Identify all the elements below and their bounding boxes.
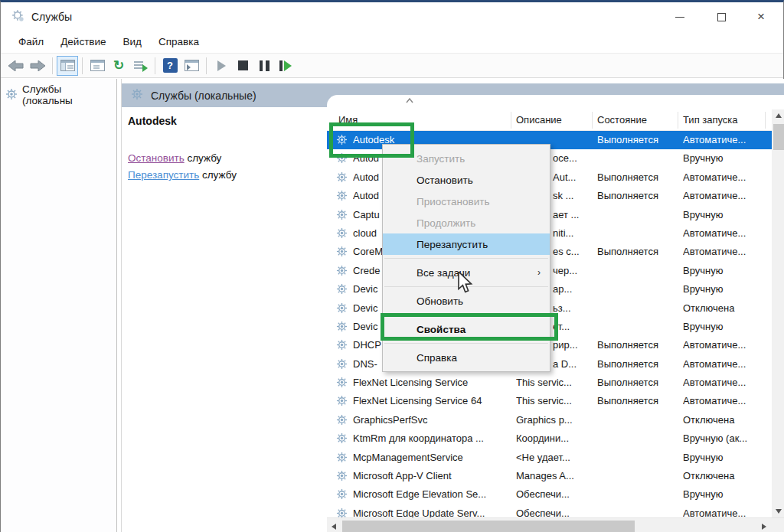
action-pane-icon <box>185 60 199 71</box>
service-gear-icon <box>336 452 348 466</box>
vertical-scrollbar[interactable] <box>772 109 784 517</box>
sort-ascending-icon <box>406 98 413 104</box>
service-gear-icon <box>336 209 348 224</box>
stop-service-link[interactable]: Остановить <box>128 152 185 164</box>
service-gear-icon <box>336 302 348 317</box>
context-menu-item[interactable]: Справка <box>383 347 550 368</box>
start-service-button[interactable] <box>211 56 232 76</box>
service-gear-icon <box>336 395 348 410</box>
console-tree-icon <box>60 60 75 71</box>
restart-service-button[interactable] <box>275 56 296 76</box>
table-row[interactable]: Microsoft Edge Elevation Se...Обеспечи..… <box>327 485 772 504</box>
pause-service-button[interactable] <box>253 56 275 76</box>
maximize-button[interactable] <box>704 4 739 30</box>
service-startup-type-cell: Вручную <box>683 488 769 500</box>
table-row[interactable]: McpManagementService<Не удает...Вручную <box>327 449 772 467</box>
service-name-cell: KtmRm для координатора ... <box>353 432 510 444</box>
service-startup-type-cell: Отключена <box>683 414 769 426</box>
services-app-icon <box>11 9 25 26</box>
toolbar-separator <box>155 57 155 74</box>
refresh-icon: ↻ <box>113 59 124 72</box>
stop-service-icon <box>238 60 248 70</box>
toolbar: ↻ ? <box>1 53 783 78</box>
close-button[interactable]: × <box>743 4 779 30</box>
service-name-cell: McpManagementService <box>353 452 510 463</box>
service-gear-icon <box>336 508 348 517</box>
horizontal-scrollbar[interactable] <box>327 517 784 532</box>
service-description-cell: Обеспечи... <box>516 488 593 500</box>
service-gear-icon <box>336 339 348 354</box>
minimize-button[interactable] <box>662 4 697 30</box>
service-description-cell: <Не удает... <box>516 452 593 463</box>
column-header-state[interactable]: Состояние <box>597 114 647 126</box>
scroll-left-arrow[interactable] <box>328 521 341 532</box>
back-button[interactable] <box>5 56 27 76</box>
service-state-cell: Выполняется <box>597 190 680 201</box>
vertical-scroll-thumb[interactable] <box>773 124 784 150</box>
service-state-cell: Выполняется <box>597 171 680 183</box>
table-row[interactable]: Microsoft App-V ClientManages A...Отключ… <box>327 467 772 485</box>
column-divider[interactable] <box>592 112 593 129</box>
service-startup-type-cell: Автоматиче... <box>683 190 769 201</box>
toolbar-separator <box>206 57 207 74</box>
service-state-cell: Выполняется <box>597 395 680 406</box>
scroll-right-arrow[interactable] <box>757 521 769 532</box>
services-window: Службы × Файл Действие Вид Справка ↻ ? <box>0 0 784 532</box>
menu-help[interactable]: Справка <box>150 32 207 51</box>
back-arrow-icon <box>8 60 24 71</box>
properties-icon <box>90 60 105 71</box>
menu-file[interactable]: Файл <box>10 32 52 51</box>
show-console-tree-button[interactable] <box>57 56 78 76</box>
service-state-cell: Выполняется <box>597 246 680 257</box>
properties-button[interactable] <box>87 56 108 76</box>
service-name-cell: GraphicsPerfSvc <box>353 414 510 426</box>
export-list-button[interactable] <box>129 56 151 76</box>
scroll-down-arrow[interactable] <box>772 504 784 517</box>
context-menu-item[interactable]: Продолжить <box>383 212 550 233</box>
stop-service-button[interactable] <box>232 56 253 76</box>
service-description-cell: Координи... <box>516 432 593 444</box>
service-state-cell: Выполняется <box>597 134 680 145</box>
services-node-icon <box>5 88 18 103</box>
column-header-description[interactable]: Описание <box>516 114 562 126</box>
service-startup-type-cell: Вручную <box>683 209 769 220</box>
service-gear-icon <box>336 377 348 391</box>
forward-button[interactable] <box>27 56 48 76</box>
service-gear-icon <box>336 432 348 447</box>
table-row[interactable]: Microsoft Edge Update Serv...Обеспечи...… <box>327 504 772 517</box>
service-startup-type-cell: Автоматиче... <box>683 339 769 351</box>
show-action-pane-button[interactable] <box>181 56 202 76</box>
column-header-startup-type[interactable]: Тип запуска <box>683 114 738 126</box>
column-divider[interactable] <box>678 112 678 129</box>
column-divider[interactable] <box>511 112 511 129</box>
service-startup-type-cell: Автоматиче... <box>683 171 769 183</box>
context-menu-item[interactable]: Перезапустить <box>383 233 550 255</box>
service-startup-type-cell: Автоматиче... <box>683 395 769 406</box>
service-action-links: Остановить службу Перезапустить службу <box>128 150 327 184</box>
horizontal-scroll-thumb[interactable] <box>342 521 635 532</box>
service-name-cell: Microsoft Edge Update Serv... <box>353 508 510 517</box>
column-divider[interactable] <box>765 112 766 129</box>
service-state-cell: Выполняется <box>597 358 680 370</box>
help-button[interactable]: ? <box>159 56 181 76</box>
menu-view[interactable]: Вид <box>115 32 150 51</box>
menu-action[interactable]: Действие <box>52 32 114 51</box>
restart-link-suffix: службу <box>199 169 237 181</box>
service-startup-type-cell: Отключена <box>683 302 769 314</box>
service-description-cell: Manages A... <box>516 470 593 481</box>
toolbar-separator <box>82 57 83 74</box>
table-row[interactable]: KtmRm для координатора ...Координи...Вру… <box>327 429 772 448</box>
service-name-cell: FlexNet Licensing Service <box>353 377 510 388</box>
context-menu-item[interactable]: Приостановить <box>383 191 550 212</box>
context-menu-item[interactable]: Остановить <box>383 169 550 191</box>
tree-item-services-local[interactable]: Службы (локальны <box>1 79 116 109</box>
close-icon: × <box>757 9 765 24</box>
table-row[interactable]: GraphicsPerfSvcGraphics p...Отключена <box>327 411 772 429</box>
mouse-cursor <box>457 272 474 298</box>
table-row[interactable]: FlexNet Licensing ServiceThis servic...В… <box>327 374 772 392</box>
refresh-button[interactable]: ↻ <box>108 56 129 76</box>
scroll-up-arrow[interactable] <box>772 109 784 122</box>
table-row[interactable]: FlexNet Licensing Service 64This servic.… <box>327 392 772 410</box>
services-header-icon <box>131 88 143 103</box>
restart-service-link[interactable]: Перезапустить <box>128 169 199 181</box>
